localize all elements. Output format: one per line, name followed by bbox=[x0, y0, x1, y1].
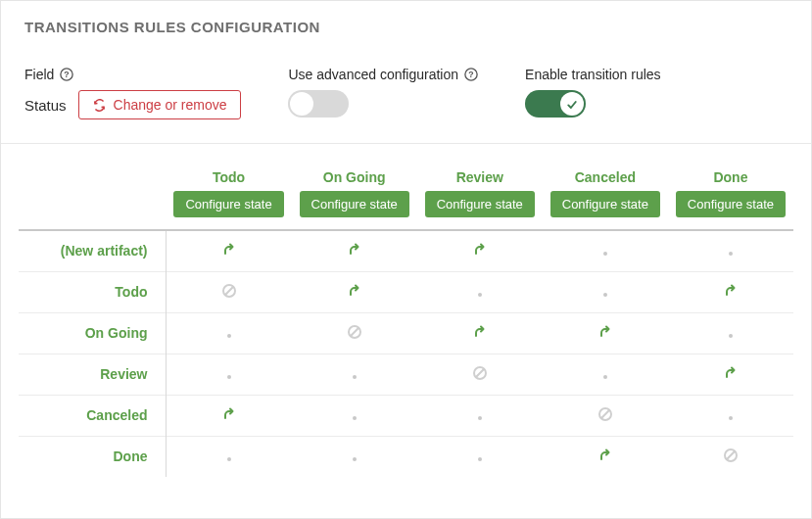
matrix-cell bbox=[668, 436, 793, 477]
forbidden-icon bbox=[597, 406, 613, 422]
matrix-cell bbox=[543, 395, 668, 436]
state-name: On Going bbox=[298, 169, 411, 185]
matrix-cell bbox=[543, 354, 668, 395]
row-header: Review bbox=[19, 354, 166, 395]
matrix-cell bbox=[166, 354, 292, 395]
transition-arrow-icon[interactable] bbox=[472, 324, 488, 340]
empty-dot-icon bbox=[227, 457, 231, 461]
help-icon[interactable]: ? bbox=[464, 68, 478, 81]
configure-state-button[interactable]: Configure state bbox=[676, 191, 786, 217]
matrix-cell bbox=[417, 354, 543, 395]
state-name: Todo bbox=[172, 169, 286, 185]
state-name: Review bbox=[423, 169, 537, 185]
advanced-group: Use advanced configuration ? bbox=[288, 67, 478, 118]
check-icon bbox=[566, 98, 578, 110]
row-header: Todo bbox=[19, 271, 166, 312]
matrix-cell bbox=[292, 436, 417, 477]
enable-toggle[interactable] bbox=[525, 90, 586, 118]
svg-text:?: ? bbox=[65, 70, 70, 79]
transition-matrix: Todo Configure state On Going Configure … bbox=[1, 144, 811, 477]
empty-dot-icon bbox=[353, 416, 357, 420]
empty-dot-icon bbox=[353, 375, 357, 379]
matrix-cell bbox=[668, 354, 793, 395]
field-group: Field ? Status Change or remove bbox=[24, 67, 241, 119]
matrix-cell bbox=[417, 271, 543, 312]
svg-line-5 bbox=[224, 286, 232, 294]
svg-line-13 bbox=[727, 451, 735, 459]
field-label-text: Field bbox=[24, 67, 54, 82]
transition-arrow-icon[interactable] bbox=[347, 283, 362, 299]
row-header: Canceled bbox=[19, 395, 166, 436]
matrix-cell bbox=[166, 436, 292, 477]
empty-dot-icon bbox=[729, 252, 733, 256]
forbidden-icon bbox=[221, 283, 237, 299]
field-label: Field ? bbox=[24, 67, 241, 82]
col-header-review: Review Configure state bbox=[417, 164, 543, 230]
row-header: On Going bbox=[19, 312, 166, 354]
col-header-canceled: Canceled Configure state bbox=[543, 164, 668, 230]
svg-line-9 bbox=[476, 368, 484, 376]
empty-dot-icon bbox=[227, 334, 231, 338]
empty-dot-icon bbox=[603, 293, 607, 297]
advanced-label-text: Use advanced configuration bbox=[288, 67, 458, 82]
matrix-cell bbox=[417, 312, 543, 354]
transition-arrow-icon[interactable] bbox=[472, 242, 488, 258]
advanced-label: Use advanced configuration ? bbox=[288, 67, 478, 82]
change-remove-button[interactable]: Change or remove bbox=[78, 90, 242, 119]
matrix-cell bbox=[166, 230, 292, 271]
matrix-cell bbox=[166, 271, 292, 312]
empty-dot-icon bbox=[729, 416, 733, 420]
table-row: Review bbox=[19, 354, 793, 395]
configure-state-button[interactable]: Configure state bbox=[425, 191, 535, 217]
transition-arrow-icon[interactable] bbox=[347, 242, 362, 258]
refresh-icon bbox=[93, 99, 106, 112]
enable-group: Enable transition rules bbox=[525, 67, 661, 118]
row-header: (New artifact) bbox=[19, 230, 166, 271]
advanced-toggle[interactable] bbox=[288, 90, 349, 118]
matrix-cell bbox=[292, 354, 417, 395]
matrix-cell bbox=[417, 230, 543, 271]
configure-state-button[interactable]: Configure state bbox=[300, 191, 409, 217]
matrix-cell bbox=[668, 395, 793, 436]
transition-arrow-icon[interactable] bbox=[723, 283, 739, 299]
matrix-cell bbox=[543, 436, 668, 477]
empty-dot-icon bbox=[729, 334, 733, 338]
empty-dot-icon bbox=[478, 416, 482, 420]
matrix-cell bbox=[417, 395, 543, 436]
state-name: Canceled bbox=[549, 169, 662, 185]
matrix-cell bbox=[543, 312, 668, 354]
matrix-cell bbox=[166, 395, 292, 436]
transition-arrow-icon[interactable] bbox=[597, 448, 613, 463]
matrix-cell bbox=[668, 312, 793, 354]
row-header: Done bbox=[19, 436, 166, 477]
transitions-panel: TRANSITIONS RULES CONFIGURATION Field ? … bbox=[0, 0, 812, 519]
col-header-todo: Todo Configure state bbox=[166, 164, 292, 230]
field-row: Status Change or remove bbox=[24, 90, 241, 119]
matrix-cell bbox=[292, 395, 417, 436]
enable-label-text: Enable transition rules bbox=[525, 67, 661, 82]
matrix-cell bbox=[543, 271, 668, 312]
transition-arrow-icon[interactable] bbox=[221, 242, 237, 258]
toggle-knob bbox=[290, 92, 313, 116]
field-value: Status bbox=[24, 97, 67, 114]
table-row: Canceled bbox=[19, 395, 793, 436]
empty-dot-icon bbox=[603, 252, 607, 256]
configure-state-button[interactable]: Configure state bbox=[550, 191, 660, 217]
transition-arrow-icon[interactable] bbox=[597, 324, 613, 340]
matrix-cell bbox=[668, 230, 793, 271]
matrix-cell bbox=[292, 312, 417, 354]
matrix-cell bbox=[166, 312, 292, 354]
transition-arrow-icon[interactable] bbox=[723, 365, 739, 381]
transition-arrow-icon[interactable] bbox=[221, 406, 237, 422]
svg-line-11 bbox=[601, 409, 609, 417]
matrix-cell bbox=[292, 230, 417, 271]
help-icon[interactable]: ? bbox=[60, 68, 73, 81]
state-name: Done bbox=[674, 169, 788, 185]
enable-label: Enable transition rules bbox=[525, 67, 661, 82]
configure-state-button[interactable]: Configure state bbox=[173, 191, 283, 217]
forbidden-icon bbox=[723, 448, 739, 463]
col-header-done: Done Configure state bbox=[668, 164, 793, 230]
empty-dot-icon bbox=[227, 375, 231, 379]
table-row: (New artifact) bbox=[19, 230, 793, 271]
table-row: Todo bbox=[19, 271, 793, 312]
